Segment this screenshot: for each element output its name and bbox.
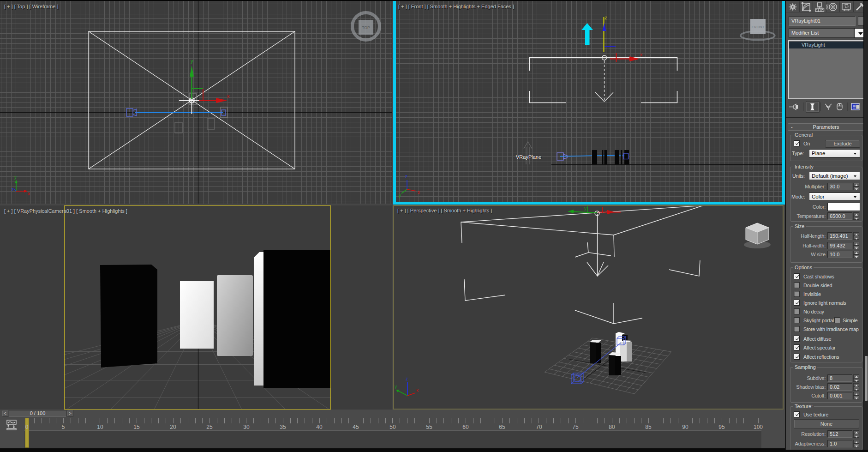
svg-text:x: x — [28, 191, 30, 196]
svg-text:TOP: TOP — [362, 25, 370, 30]
svg-text:FRONT: FRONT — [752, 25, 765, 29]
svg-text:x: x — [640, 52, 643, 57]
svg-text:z: z — [605, 15, 607, 20]
svg-text:x: x — [227, 93, 230, 99]
svg-text:x: x — [416, 388, 419, 393]
svg-text:y: y — [584, 206, 587, 211]
svg-text:z: z — [405, 174, 407, 179]
svg-text:VRayPlane: VRayPlane — [516, 154, 541, 160]
svg-text:x: x — [418, 190, 420, 195]
svg-text:y: y — [191, 58, 193, 64]
svg-text:z: z — [12, 187, 14, 192]
svg-text:z: z — [406, 376, 408, 381]
svg-text:y: y — [399, 193, 401, 198]
svg-text:y: y — [14, 175, 17, 180]
svg-text:y: y — [395, 384, 397, 389]
